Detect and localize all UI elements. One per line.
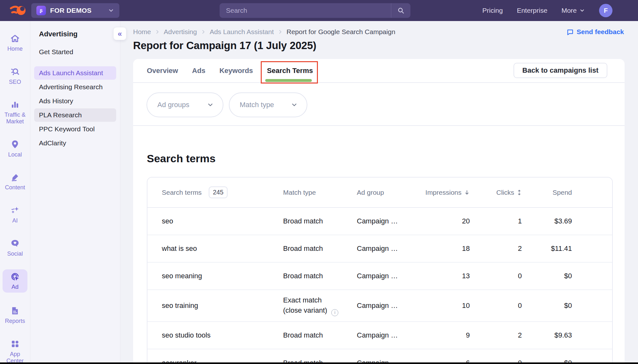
traffic-market-icon: [10, 100, 20, 109]
tab-bar: Overview Ads Keywords Search Terms Back …: [133, 59, 625, 83]
impressions-cell: 10: [419, 302, 470, 310]
search-icon[interactable]: [391, 3, 410, 18]
breadcrumb-home[interactable]: Home: [133, 28, 151, 36]
project-selector[interactable]: ʂ FOR DEMOS: [31, 3, 119, 18]
rail-item-social[interactable]: Social: [3, 236, 27, 260]
project-label: FOR DEMOS: [50, 7, 108, 14]
breadcrumb: Home Advertising Ads Launch Assistant Re…: [133, 28, 395, 36]
rail-item-app-center[interactable]: App Center: [3, 337, 27, 364]
table-row[interactable]: what is seo Broad match Campaign … 18 2 …: [147, 235, 612, 263]
sort-desc-icon: [464, 190, 470, 195]
col-ad-group: Ad group: [357, 189, 419, 196]
sidebar-item-ads-history[interactable]: Ads History: [34, 94, 116, 108]
chevron-down-icon: [108, 7, 114, 14]
sidebar-item-advertising-research[interactable]: Advertising Research: [34, 80, 116, 94]
app-center-icon: [10, 339, 20, 349]
chevron-right-icon: [278, 29, 283, 34]
sidebar-item-ppc-keyword-tool[interactable]: PPC Keyword Tool: [34, 122, 116, 136]
search-term-cell: seo meaning: [162, 272, 283, 280]
main-content: Home Advertising Ads Launch Assistant Re…: [121, 21, 638, 364]
match-type-cell: Broad match: [283, 331, 357, 339]
rail-item-reports[interactable]: Reports: [3, 303, 27, 327]
screenshot-bottom-edge: [0, 362, 638, 364]
impressions-cell: 20: [419, 217, 470, 225]
rail-item-traffic-market[interactable]: Traffic & Market: [3, 97, 27, 127]
rail-item-ad[interactable]: Ad: [3, 269, 27, 293]
rail-item-ai[interactable]: AI: [3, 203, 27, 227]
col-impressions[interactable]: Impressions: [419, 189, 470, 196]
match-type-cell: Broad match: [283, 217, 357, 225]
global-search: [220, 3, 410, 18]
nav-pricing[interactable]: Pricing: [482, 7, 503, 14]
impressions-cell: 9: [419, 331, 470, 339]
avatar[interactable]: F: [599, 4, 612, 17]
back-to-campaigns-button[interactable]: Back to campaigns list: [514, 63, 607, 78]
ad-group-cell: Campaign …: [357, 331, 419, 339]
table-row[interactable]: seo training Exact match (close variant)…: [147, 290, 612, 322]
chevron-right-icon: [201, 29, 206, 34]
chevron-down-icon: [579, 8, 585, 13]
send-feedback-link[interactable]: Send feedback: [567, 28, 624, 36]
sidebar-heading: Advertising: [39, 30, 120, 38]
sidebar-item-get-started[interactable]: Get Started: [34, 45, 116, 59]
filter-bar: Ad groups Match type: [133, 83, 625, 126]
nav-enterprise[interactable]: Enterprise: [517, 7, 547, 14]
ad-icon: [10, 272, 20, 281]
breadcrumb-advertising[interactable]: Advertising: [164, 28, 197, 36]
ad-group-cell: Campaign …: [357, 244, 419, 253]
app-window: ʂ FOR DEMOS Pricing Enterprise More F: [0, 0, 638, 364]
semrush-logo-icon[interactable]: [10, 4, 27, 17]
breadcrumb-ads-launch-assistant[interactable]: Ads Launch Assistant: [210, 28, 274, 36]
rail-item-content[interactable]: Content: [3, 170, 27, 193]
top-nav: Pricing Enterprise More F: [482, 0, 638, 21]
spend-cell: $0: [522, 302, 572, 310]
tab-overview[interactable]: Overview: [147, 67, 178, 75]
chevron-down-icon: [207, 101, 214, 108]
match-type-filter[interactable]: Match type: [229, 92, 307, 117]
breadcrumb-current: Report for Google Search Campaign: [287, 28, 395, 36]
match-type-cell: Broad match: [283, 272, 357, 280]
sidebar-item-ads-launch-assistant[interactable]: Ads Launch Assistant: [34, 66, 116, 80]
chevron-right-icon: [155, 29, 160, 34]
sort-both-icon: [517, 190, 522, 195]
table-row[interactable]: accuranker Broad match Campaign … 6 0 $0: [147, 349, 612, 364]
table-row[interactable]: seo Broad match Campaign … 20 1 $3.69: [147, 208, 612, 235]
tab-ads[interactable]: Ads: [192, 67, 206, 75]
chevron-down-icon: [291, 101, 298, 108]
nav-more[interactable]: More: [561, 7, 585, 14]
rail-item-seo[interactable]: SEO: [3, 64, 27, 88]
col-spend: Spend: [522, 189, 572, 196]
search-input[interactable]: [220, 3, 391, 18]
home-icon: [10, 34, 20, 43]
clicks-cell: 0: [470, 302, 522, 310]
search-term-cell: seo: [162, 217, 283, 225]
info-icon[interactable]: i: [331, 309, 338, 316]
project-icon: ʂ: [36, 6, 46, 15]
feedback-icon: [567, 28, 574, 36]
ad-group-cell: Campaign …: [357, 302, 419, 310]
tab-search-terms[interactable]: Search Terms: [267, 67, 313, 75]
search-terms-table: Search terms 245 Match type Ad group Imp…: [147, 177, 613, 364]
sidebar-item-pla-research[interactable]: PLA Research: [34, 108, 116, 122]
reports-icon: [10, 306, 20, 316]
seo-icon: [10, 67, 20, 76]
collapse-sidebar-button[interactable]: «: [113, 27, 126, 40]
icon-rail: Home SEO Traffic & Market Local Content …: [0, 21, 30, 364]
rail-item-local[interactable]: Local: [3, 137, 27, 161]
tab-keywords[interactable]: Keywords: [219, 67, 253, 75]
table-row[interactable]: seo meaning Broad match Campaign … 13 0 …: [147, 263, 612, 290]
sidebar-item-adclarity[interactable]: AdClarity: [34, 136, 116, 150]
match-type-cell: Exact match (close variant) i: [283, 295, 357, 316]
spend-cell: $0: [522, 272, 572, 280]
table-row[interactable]: seo studio tools Broad match Campaign … …: [147, 322, 612, 349]
report-card: Overview Ads Keywords Search Terms Back …: [133, 59, 625, 364]
table-header: Search terms 245 Match type Ad group Imp…: [147, 178, 612, 208]
ad-groups-filter[interactable]: Ad groups: [146, 92, 223, 117]
active-tab-underline: [265, 79, 312, 82]
match-type-cell: Broad match: [283, 244, 357, 253]
ad-group-cell: Campaign …: [357, 272, 419, 280]
search-term-cell: what is seo: [162, 244, 283, 253]
col-clicks[interactable]: Clicks: [470, 189, 522, 196]
page-title: Report for Campaign 17 (1 July 2025): [133, 40, 316, 52]
rail-item-home[interactable]: Home: [3, 31, 27, 55]
